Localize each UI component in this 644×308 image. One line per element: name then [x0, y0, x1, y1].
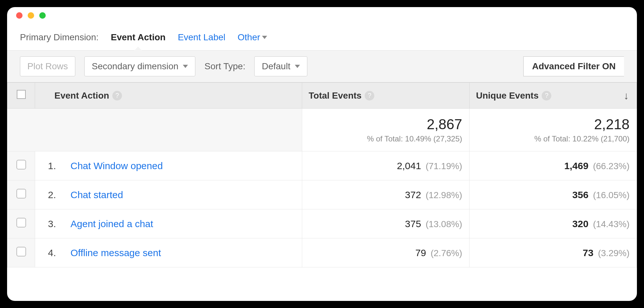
- row-unique-events: 1,469(66.23%): [470, 151, 637, 180]
- plot-rows-button[interactable]: Plot Rows: [20, 56, 75, 76]
- dimension-event-label[interactable]: Event Label: [178, 32, 225, 43]
- checkbox-icon: [16, 247, 26, 256]
- checkbox-icon: [16, 189, 26, 198]
- table-row: 2.Chat started372(12.98%)356(16.05%): [7, 180, 637, 209]
- row-total-value: 375: [405, 218, 421, 229]
- primary-dimension-bar: Primary Dimension: Event Action Event La…: [7, 26, 637, 51]
- summary-unique-events: 2,218 % of Total: 10.22% (21,700): [470, 109, 637, 151]
- table-row: 4.Offline message sent79(2.76%)73(3.29%): [7, 238, 637, 267]
- sort-type-value: Default: [262, 61, 290, 72]
- header-total-events[interactable]: Total Events ?: [302, 83, 470, 109]
- row-total-pct: (2.76%): [431, 248, 462, 258]
- chevron-down-icon: [262, 36, 267, 39]
- table-row: 1.Chat Window opened2,041(71.19%)1,469(6…: [7, 151, 637, 180]
- row-action-cell: 2.Chat started: [35, 180, 302, 209]
- event-action-link[interactable]: Agent joined a chat: [70, 218, 153, 229]
- summary-unique-sub: % of Total: 10.22% (21,700): [477, 134, 630, 143]
- table-row: 3.Agent joined a chat375(13.08%)320(14.4…: [7, 209, 637, 238]
- header-select-all[interactable]: [7, 83, 35, 109]
- maximize-window-icon[interactable]: [39, 12, 46, 19]
- row-total-events: 79(2.76%): [302, 238, 470, 267]
- header-unique-events[interactable]: Unique Events ? ↓: [470, 83, 637, 109]
- help-icon[interactable]: ?: [112, 91, 122, 101]
- summary-unique-value: 2,218: [477, 116, 630, 132]
- sort-type-dropdown[interactable]: Default: [254, 56, 307, 76]
- sort-descending-icon: ↓: [624, 90, 629, 101]
- row-unique-events: 320(14.43%): [470, 209, 637, 238]
- help-icon[interactable]: ?: [542, 91, 551, 101]
- row-checkbox-cell[interactable]: [7, 209, 35, 238]
- row-unique-value: 1,469: [564, 160, 588, 171]
- close-window-icon[interactable]: [16, 12, 23, 19]
- row-unique-pct: (66.23%): [593, 161, 630, 171]
- row-total-value: 79: [415, 247, 426, 258]
- row-unique-pct: (16.05%): [593, 190, 630, 200]
- event-action-link[interactable]: Chat Window opened: [70, 160, 163, 171]
- chevron-down-icon: [295, 65, 300, 68]
- row-total-events: 372(12.98%): [302, 180, 470, 209]
- row-unique-value: 356: [572, 189, 588, 200]
- row-total-pct: (71.19%): [425, 161, 462, 171]
- row-unique-pct: (3.29%): [598, 248, 630, 258]
- row-total-events: 375(13.08%): [302, 209, 470, 238]
- window-controls: [16, 12, 46, 19]
- controls-bar: Plot Rows Secondary dimension Sort Type:…: [7, 51, 637, 82]
- row-action-cell: 4.Offline message sent: [35, 238, 302, 267]
- event-action-link[interactable]: Chat started: [70, 189, 123, 200]
- row-total-events: 2,041(71.19%): [302, 151, 470, 180]
- dimension-other-dropdown[interactable]: Other: [238, 32, 267, 43]
- row-index: 1.: [48, 160, 63, 171]
- event-action-link[interactable]: Offline message sent: [70, 247, 161, 258]
- header-event-action[interactable]: Event Action ?: [35, 83, 302, 109]
- checkbox-icon: [17, 90, 26, 99]
- row-unique-events: 356(16.05%): [470, 180, 637, 209]
- summary-total-value: 2,867: [309, 116, 462, 132]
- chevron-down-icon: [183, 65, 188, 68]
- header-unique-events-label: Unique Events: [476, 91, 538, 101]
- dimension-event-action[interactable]: Event Action: [111, 32, 165, 43]
- row-action-cell: 1.Chat Window opened: [35, 151, 302, 180]
- header-event-action-label: Event Action: [54, 91, 109, 101]
- row-index: 3.: [48, 218, 63, 229]
- row-unique-events: 73(3.29%): [470, 238, 637, 267]
- row-unique-pct: (14.43%): [593, 219, 630, 229]
- dimension-other-label: Other: [238, 32, 260, 43]
- row-total-value: 372: [405, 189, 421, 200]
- row-index: 2.: [48, 189, 63, 200]
- checkbox-icon: [16, 160, 26, 169]
- secondary-dimension-dropdown[interactable]: Secondary dimension: [84, 56, 195, 76]
- row-total-pct: (13.08%): [425, 219, 462, 229]
- row-checkbox-cell[interactable]: [7, 180, 35, 209]
- row-total-value: 2,041: [397, 160, 421, 171]
- row-index: 4.: [48, 247, 63, 258]
- row-unique-value: 73: [583, 247, 593, 258]
- summary-total-sub: % of Total: 10.49% (27,325): [309, 134, 462, 143]
- row-unique-value: 320: [572, 218, 588, 229]
- summary-row: 2,867 % of Total: 10.49% (27,325) 2,218 …: [7, 109, 637, 151]
- secondary-dimension-label: Secondary dimension: [92, 61, 178, 72]
- advanced-filter-button[interactable]: Advanced Filter ON: [523, 56, 624, 76]
- summary-total-events: 2,867 % of Total: 10.49% (27,325): [302, 109, 470, 151]
- row-action-cell: 3.Agent joined a chat: [35, 209, 302, 238]
- row-total-pct: (12.98%): [425, 190, 462, 200]
- sort-type-label: Sort Type:: [204, 61, 245, 72]
- row-checkbox-cell[interactable]: [7, 151, 35, 180]
- minimize-window-icon[interactable]: [28, 12, 34, 19]
- events-table: Event Action ? Total Events ?: [7, 82, 637, 267]
- primary-dimension-label: Primary Dimension:: [20, 32, 98, 43]
- checkbox-icon: [16, 218, 26, 227]
- help-icon[interactable]: ?: [365, 91, 374, 101]
- row-checkbox-cell[interactable]: [7, 238, 35, 267]
- header-total-events-label: Total Events: [309, 91, 361, 101]
